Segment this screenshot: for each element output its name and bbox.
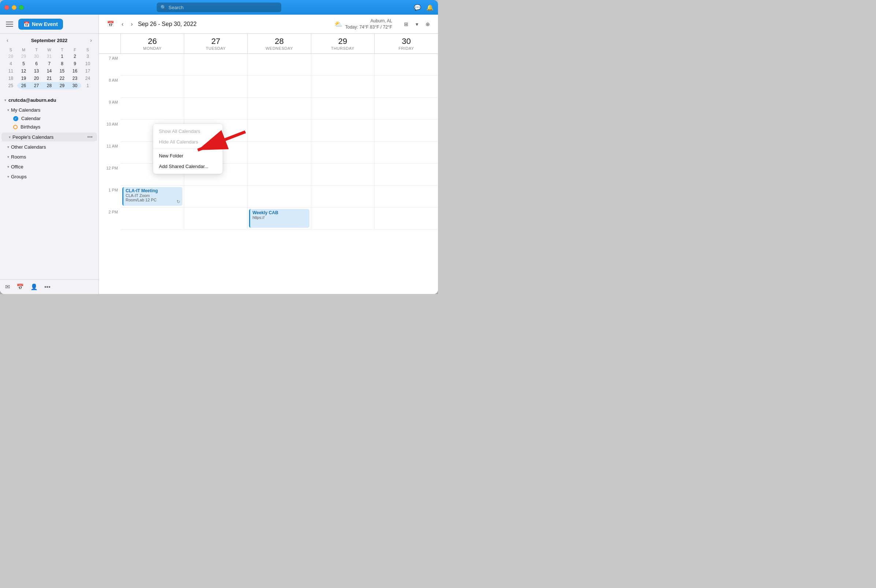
- cell-wed-9[interactable]: [248, 98, 311, 120]
- mini-cal-day[interactable]: 14: [43, 68, 56, 75]
- mini-cal-day[interactable]: 5: [17, 60, 30, 68]
- maximize-button[interactable]: [19, 5, 24, 10]
- cell-fri-10[interactable]: [375, 120, 438, 142]
- cell-fri-8[interactable]: [375, 76, 438, 98]
- cell-wed-12[interactable]: [248, 164, 311, 186]
- other-calendars-header[interactable]: ▾ Other Calendars: [0, 143, 99, 151]
- mini-cal-day[interactable]: 30: [69, 82, 81, 89]
- rooms-header[interactable]: ▾ Rooms: [0, 153, 99, 161]
- new-event-button[interactable]: 📅 New Event: [18, 19, 63, 30]
- mini-cal-day[interactable]: 13: [30, 68, 43, 75]
- mini-cal-day[interactable]: 6: [30, 60, 43, 68]
- my-calendars-header[interactable]: ▾ My Calendars: [0, 106, 99, 114]
- mini-cal-day[interactable]: 19: [17, 75, 30, 82]
- cell-tue-7[interactable]: [184, 54, 248, 76]
- cell-fri-9[interactable]: [375, 98, 438, 120]
- calendar-item-calendar[interactable]: ✓ Calendar: [0, 114, 99, 123]
- mini-cal-day[interactable]: 3: [81, 53, 94, 60]
- mini-cal-day[interactable]: 1: [56, 53, 69, 60]
- mini-cal-day[interactable]: 17: [81, 68, 94, 75]
- cell-thu-1pm[interactable]: [311, 186, 375, 208]
- cell-fri-12[interactable]: [375, 164, 438, 186]
- groups-header[interactable]: ▾ Groups: [0, 172, 99, 181]
- cell-mon-2pm[interactable]: [121, 208, 184, 230]
- event-cla-it[interactable]: CLA-IT Meeting CLA-IT Zoom Room/Lab 12 P…: [122, 187, 182, 206]
- more-options-icon[interactable]: •••: [44, 284, 51, 290]
- context-menu-hide-all[interactable]: Hide All Calendars: [153, 136, 223, 147]
- calendar-item-birthdays[interactable]: Birthdays: [0, 123, 99, 131]
- cell-fri-1pm[interactable]: [375, 186, 438, 208]
- mini-cal-day[interactable]: 24: [81, 75, 94, 82]
- mini-cal-day[interactable]: 8: [56, 60, 69, 68]
- cell-thu-2pm[interactable]: [311, 208, 375, 230]
- mini-cal-day[interactable]: 31: [43, 53, 56, 60]
- calendar-icon[interactable]: 📅: [16, 284, 24, 290]
- cell-mon-7[interactable]: [121, 54, 184, 76]
- mini-cal-day[interactable]: 29: [17, 53, 30, 60]
- mini-cal-day[interactable]: 2: [69, 53, 81, 60]
- notification-icon[interactable]: 🔔: [426, 4, 434, 11]
- mini-cal-day[interactable]: 16: [69, 68, 81, 75]
- cell-wed-7[interactable]: [248, 54, 311, 76]
- message-icon[interactable]: 💬: [414, 4, 421, 11]
- mail-icon[interactable]: ✉: [5, 284, 10, 290]
- grid-view-button[interactable]: ⊞: [402, 20, 411, 28]
- close-button[interactable]: [4, 5, 9, 10]
- account-header[interactable]: ▾ crutcda@auburn.edu: [0, 95, 99, 105]
- cell-mon-8[interactable]: [121, 76, 184, 98]
- cell-wed-11[interactable]: [248, 142, 311, 164]
- mini-cal-day[interactable]: 28: [43, 82, 56, 89]
- cell-thu-11[interactable]: [311, 142, 375, 164]
- view-dropdown-button[interactable]: ▾: [414, 20, 420, 28]
- mini-cal-day[interactable]: 28: [4, 53, 17, 60]
- cell-wed-2pm[interactable]: Weekly CAB https://: [248, 208, 311, 230]
- add-column-button[interactable]: ⊕: [423, 20, 432, 28]
- context-menu-show-all[interactable]: Show All Calendars: [153, 126, 223, 136]
- cell-tue-2pm[interactable]: [184, 208, 248, 230]
- mini-cal-day[interactable]: 26: [17, 82, 30, 89]
- cell-thu-7[interactable]: [311, 54, 375, 76]
- cell-thu-12[interactable]: [311, 164, 375, 186]
- prev-month-button[interactable]: ‹: [4, 37, 10, 44]
- next-month-button[interactable]: ›: [88, 37, 94, 44]
- mini-cal-day[interactable]: 23: [69, 75, 81, 82]
- context-menu-new-folder[interactable]: New Folder: [153, 150, 223, 161]
- sidebar-toggle-button[interactable]: [4, 19, 15, 29]
- cell-tue-1pm[interactable]: [184, 186, 248, 208]
- context-menu-add-shared[interactable]: Add Shared Calendar...: [153, 161, 223, 172]
- mini-cal-day[interactable]: 25: [4, 82, 17, 89]
- mini-cal-day[interactable]: 20: [30, 75, 43, 82]
- calendar-icon-btn[interactable]: 📅: [105, 19, 117, 29]
- mini-cal-day[interactable]: 10: [81, 60, 94, 68]
- cell-mon-1pm[interactable]: CLA-IT Meeting CLA-IT Zoom Room/Lab 12 P…: [121, 186, 184, 208]
- mini-cal-day[interactable]: 21: [43, 75, 56, 82]
- mini-cal-day[interactable]: 7: [43, 60, 56, 68]
- prev-week-button[interactable]: ‹: [119, 20, 126, 29]
- peoples-calendars-options[interactable]: •••: [87, 134, 93, 140]
- cell-thu-8[interactable]: [311, 76, 375, 98]
- mini-cal-day[interactable]: 1: [81, 82, 94, 89]
- mini-cal-day[interactable]: 12: [17, 68, 30, 75]
- mini-cal-day[interactable]: 9: [69, 60, 81, 68]
- cell-mon-9[interactable]: [121, 98, 184, 120]
- cell-fri-7[interactable]: [375, 54, 438, 76]
- minimize-button[interactable]: [12, 5, 16, 10]
- event-weekly-cab[interactable]: Weekly CAB https://: [249, 209, 309, 228]
- cell-thu-10[interactable]: [311, 120, 375, 142]
- search-bar[interactable]: 🔍 Search: [157, 3, 281, 12]
- mini-cal-day[interactable]: 22: [56, 75, 69, 82]
- cell-thu-9[interactable]: [311, 98, 375, 120]
- cell-fri-11[interactable]: [375, 142, 438, 164]
- cell-wed-1pm[interactable]: [248, 186, 311, 208]
- next-week-button[interactable]: ›: [129, 20, 135, 29]
- mini-cal-day[interactable]: 30: [30, 53, 43, 60]
- cell-wed-10[interactable]: [248, 120, 311, 142]
- mini-cal-day[interactable]: 27: [30, 82, 43, 89]
- mini-cal-day[interactable]: 29: [56, 82, 69, 89]
- cell-tue-9[interactable]: [184, 98, 248, 120]
- cell-wed-8[interactable]: [248, 76, 311, 98]
- peoples-calendars-header[interactable]: ▾ People's Calendars •••: [2, 132, 97, 141]
- mini-cal-day[interactable]: 15: [56, 68, 69, 75]
- mini-cal-day[interactable]: 18: [4, 75, 17, 82]
- cell-fri-2pm[interactable]: [375, 208, 438, 230]
